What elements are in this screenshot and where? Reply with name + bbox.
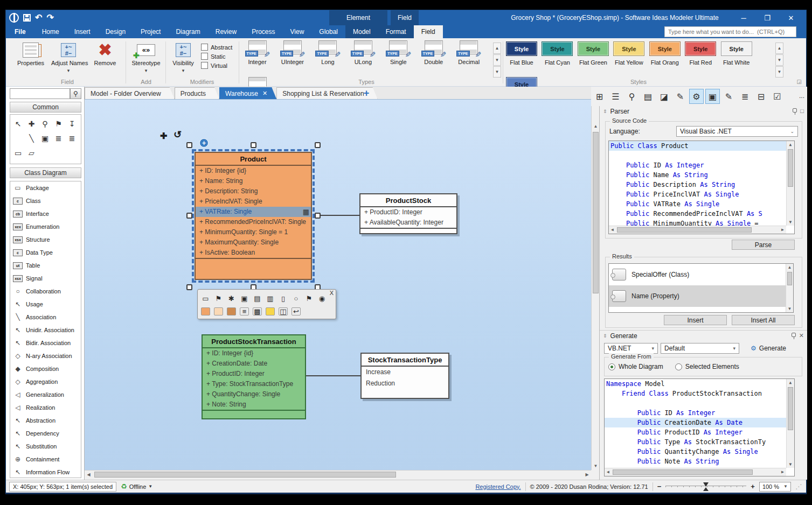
close-icon[interactable]: ✕ xyxy=(779,10,803,25)
model-tree-icon[interactable]: ☰ xyxy=(608,89,623,104)
toolbox-item[interactable]: ↖ Bidir. Association xyxy=(10,336,81,349)
menu-item[interactable]: Diagram xyxy=(168,25,207,38)
results-scrollbar[interactable]: ▲ ▼ xyxy=(786,264,793,312)
toolbox-item[interactable]: ◁ Generalization xyxy=(10,388,81,401)
format-painter-tool[interactable]: ⚑ xyxy=(52,116,65,131)
style-button[interactable]: Style Flat Red xyxy=(684,41,717,77)
toolbox-item[interactable]: ◇ N-ary Association xyxy=(10,349,81,362)
circle-icon[interactable]: ○ xyxy=(292,294,301,303)
diagram-canvas[interactable]: ✚ ↺ + Product + ID: Integer {id} + Name:… xyxy=(85,100,591,470)
insert-all-button[interactable]: Insert All xyxy=(732,315,795,325)
add-flag-icon[interactable]: ⚑ xyxy=(304,294,314,303)
type-button[interactable]: TYPE ✎ ULong xyxy=(346,40,379,77)
zoom-slider-thumb[interactable] xyxy=(703,482,709,487)
code-vertical-scrollbar[interactable]: ▲ ▼ xyxy=(786,141,794,226)
code-vertical-scrollbar[interactable]: ▲ ▼ xyxy=(786,379,794,468)
menu-item[interactable]: Model xyxy=(345,25,378,38)
style-button[interactable]: Style Flat Blue xyxy=(505,41,538,77)
style-button[interactable]: Style Flat White xyxy=(720,41,753,77)
zoom-slider[interactable] xyxy=(665,486,746,487)
class-product[interactable]: Product + ID: Integer {id} + Name: Strin… xyxy=(195,152,312,280)
resize-handle[interactable] xyxy=(251,142,256,148)
menu-item[interactable]: Global xyxy=(311,25,345,38)
toolbox-section-class-diagram[interactable]: Class Diagram xyxy=(10,167,81,178)
type-button[interactable]: TYPE ✎ Double xyxy=(417,40,450,77)
code-horizontal-scrollbar[interactable]: ◀ ▶ xyxy=(605,468,786,476)
settings-gears-icon[interactable]: ⚙ xyxy=(689,89,704,104)
line-style-icon[interactable]: ≡ xyxy=(240,307,249,315)
toolbox-search-input[interactable] xyxy=(10,88,70,99)
add-field-icon[interactable]: ▭ xyxy=(201,294,210,303)
class-attribute[interactable]: + AvailableQuantity: Integer xyxy=(360,218,456,228)
resize-handle[interactable] xyxy=(186,213,192,219)
text-tool[interactable]: ≣ xyxy=(52,131,65,145)
types-scroll[interactable]: ▲▼▼ xyxy=(493,43,501,78)
class-attribute[interactable]: + ProductID: Integer xyxy=(360,207,456,218)
pin-icon[interactable] xyxy=(792,333,796,337)
menu-item[interactable]: Review xyxy=(208,25,244,38)
document-tab[interactable]: Products xyxy=(175,87,219,99)
redo-icon[interactable]: ↷ xyxy=(46,11,53,24)
class-attribute[interactable]: + Note: String xyxy=(203,399,305,410)
toolbox-item[interactable]: ▭ Package xyxy=(10,181,81,194)
toolbox-item[interactable]: xex Enumeration xyxy=(10,220,81,233)
association-pst-stocktransactiontype[interactable] xyxy=(306,375,360,376)
type-button[interactable]: TYPE ✎ Decimal xyxy=(453,40,485,77)
language-dropdown[interactable]: Visual Basic .NET⌄ xyxy=(676,126,798,137)
note-icon[interactable] xyxy=(266,307,275,315)
minimize-icon[interactable]: ─ xyxy=(732,10,755,25)
zoom-in-icon[interactable]: + xyxy=(751,482,755,490)
result-item[interactable]: Name (Property) xyxy=(609,285,793,307)
enum-literal[interactable]: Increase xyxy=(362,367,448,378)
move-up-icon[interactable]: ▤ xyxy=(253,294,262,303)
toolbox-item[interactable]: xsx Structure xyxy=(10,233,81,246)
scroll-right-icon[interactable]: ▶ xyxy=(583,471,591,479)
contextual-tab-field[interactable]: Field xyxy=(391,10,419,25)
class-attribute[interactable]: + Name: String xyxy=(196,176,311,186)
image-icon[interactable]: ▣ xyxy=(240,294,249,303)
modifier-checkbox[interactable]: Abstract xyxy=(201,44,232,51)
folder-tool[interactable]: ▭ xyxy=(11,145,25,160)
class-attribute[interactable]: + IsActive: Boolean xyxy=(196,248,311,258)
toolbox-item[interactable]: ut Table xyxy=(10,259,81,272)
result-item[interactable]: SpecialOffer (Class) xyxy=(609,264,793,285)
toolbox-item[interactable]: ╲ Association xyxy=(10,311,81,324)
class-attribute[interactable]: + ID: Integer {id} xyxy=(203,348,305,359)
styles-scroll[interactable]: ▲▼▼ xyxy=(775,43,783,78)
insert-button[interactable]: Insert xyxy=(664,315,727,325)
pencils-icon[interactable]: ✎ xyxy=(673,89,688,104)
generate-from-radio[interactable]: Selected Elements xyxy=(675,363,739,370)
toolbox-item[interactable]: ↖ Abstraction xyxy=(10,414,81,427)
type-button[interactable]: TYPE ✎ Single xyxy=(382,40,415,77)
class-attribute[interactable]: + MaximumQuantity: Single xyxy=(196,237,311,248)
parser-panel-header[interactable]: ⇕ Parser □ xyxy=(600,106,807,117)
class-attribute[interactable]: + PriceInclVAT: Single xyxy=(196,197,311,207)
resize-handle[interactable] xyxy=(315,142,321,148)
toolbox-item[interactable]: ◇ Aggregation xyxy=(10,375,81,388)
text-block-tool[interactable]: ≣ xyxy=(65,131,79,145)
image-tool[interactable]: ▣ xyxy=(38,131,52,145)
assistant-search-input[interactable] xyxy=(664,26,796,37)
tab-close-icon[interactable]: ✕ xyxy=(262,90,267,97)
menu-item[interactable]: Format xyxy=(378,25,414,38)
menu-item[interactable]: Design xyxy=(98,25,133,38)
class-attribute[interactable]: + CreationDate: Date xyxy=(203,359,305,369)
zoom-out-icon[interactable]: − xyxy=(657,482,662,490)
style-button[interactable]: Style Flat Green xyxy=(577,41,610,77)
class-attribute[interactable]: + VATRate: Single▦ xyxy=(196,207,311,217)
generate-code-view[interactable]: Namespace Model Friend Class ProductStoc… xyxy=(604,378,795,476)
menu-item[interactable]: Insert xyxy=(67,25,98,38)
toolbox-item[interactable]: ↖ Substitution xyxy=(10,440,81,453)
registered-copy-link[interactable]: Registered Copy. xyxy=(475,483,520,490)
parser-code-editor[interactable]: Public Class Product Public ID As Intege… xyxy=(608,141,795,234)
move-down-icon[interactable]: ▥ xyxy=(266,294,275,303)
offline-status[interactable]: ♻ Offline ▼ xyxy=(121,482,152,490)
menu-item[interactable]: Field xyxy=(414,25,443,38)
toolbox-item[interactable]: ○ Collaboration xyxy=(10,285,81,298)
toolbox-item[interactable]: ◁ Realization xyxy=(10,401,81,414)
class-productstocktransaction[interactable]: ProductStockTransaction + ID: Integer {i… xyxy=(202,334,306,419)
undo-icon[interactable]: ↶ xyxy=(35,11,42,24)
layers-icon[interactable]: ≣ xyxy=(738,89,752,104)
close-icon[interactable]: X xyxy=(330,290,334,296)
dark-color-swatch[interactable] xyxy=(227,307,236,315)
